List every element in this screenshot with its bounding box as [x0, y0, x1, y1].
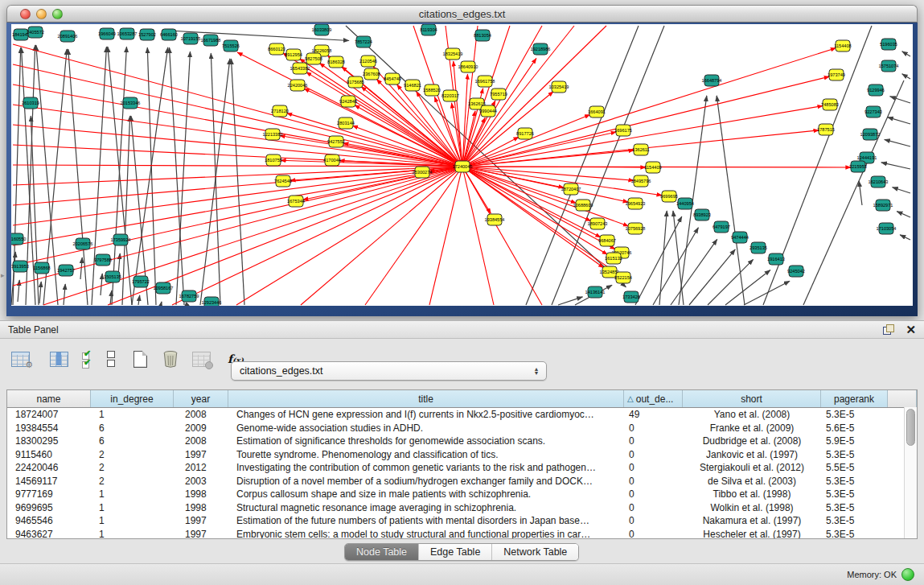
graph-node[interactable]: 9990444: [479, 105, 497, 117]
graph-node[interactable]: 16210643: [869, 176, 889, 187]
table-row[interactable]: 1938455462009Genome-wide association stu…: [7, 422, 917, 435]
tab-edge-table[interactable]: Edge Table: [418, 544, 491, 560]
graph-node[interactable]: 1156868: [33, 262, 50, 274]
graph-node[interactable]: 9699695: [660, 191, 678, 202]
table-row[interactable]: 946362711997Embryonic stem cells: a mode…: [7, 528, 917, 540]
graph-node[interactable]: 16543382: [290, 63, 310, 74]
graph-node[interactable]: 16961758: [475, 76, 495, 87]
new-table-icon[interactable]: [133, 351, 147, 368]
graph-node[interactable]: 9474444: [731, 232, 749, 243]
column-header-year[interactable]: year: [174, 390, 228, 407]
graph-node[interactable]: 7624540: [274, 175, 292, 187]
graph-node[interactable]: 16648794: [702, 75, 722, 86]
table-row[interactable]: 1872400712008Changes of HCN gene express…: [7, 408, 917, 422]
column-header-name[interactable]: name: [7, 390, 91, 407]
graph-node[interactable]: 9684067: [598, 235, 616, 246]
graph-node[interactable]: 3215953: [849, 161, 867, 172]
graph-node[interactable]: 1588520: [423, 84, 441, 96]
graph-node[interactable]: 8220317: [441, 90, 459, 101]
graph-node[interactable]: 7515526: [222, 40, 240, 51]
graph-node[interactable]: 1440954: [676, 198, 694, 209]
graph-node[interactable]: 14136141: [585, 286, 606, 298]
graph-node[interactable]: 8917726: [516, 128, 534, 139]
graph-node[interactable]: 6479197: [713, 221, 730, 233]
table-row[interactable]: 1830029562008Estimation of significance …: [7, 435, 917, 448]
graph-node[interactable]: 22420046: [288, 80, 308, 91]
graph-node[interactable]: 8454749: [384, 73, 401, 84]
graph-node[interactable]: 1154408: [834, 40, 851, 51]
table-row[interactable]: 1456911722003Disruption of a novel membe…: [7, 475, 917, 488]
show-columns-icon[interactable]: [50, 352, 68, 367]
graph-node[interactable]: 20206576: [73, 238, 93, 249]
graph-node[interactable]: 18720407: [561, 183, 581, 195]
graph-node[interactable]: 5196035: [880, 39, 897, 50]
graph-node[interactable]: 9242848: [339, 96, 357, 107]
graph-node[interactable]: 20891406: [58, 31, 78, 42]
graph-node[interactable]: 1615132: [605, 253, 622, 264]
graph-node[interactable]: 9227343: [864, 106, 882, 117]
graph-node[interactable]: 1696175: [614, 125, 632, 136]
graph-node[interactable]: 17240045: [453, 161, 473, 172]
graph-node[interactable]: 6466160: [160, 29, 178, 40]
scrollbar-thumb[interactable]: [906, 409, 915, 446]
graph-node[interactable]: 8119304: [420, 24, 437, 35]
graph-node[interactable]: 9427552: [327, 136, 345, 147]
column-header-in_degree[interactable]: in_degree: [91, 390, 174, 407]
column-header-short[interactable]: short: [683, 390, 821, 407]
clear-selection-icon[interactable]: [107, 351, 115, 367]
graph-node[interactable]: 15892971: [873, 200, 893, 211]
graph-node[interactable]: 18640910: [458, 61, 478, 72]
float-panel-icon[interactable]: [883, 324, 894, 335]
delete-table-icon[interactable]: [162, 350, 179, 368]
graph-node[interactable]: 9129946: [867, 84, 885, 96]
graph-node[interactable]: 9827508: [305, 53, 322, 64]
graph-node[interactable]: 19654923: [626, 198, 646, 209]
citation-network-graph[interactable]: 1841947240557220891406196604910653287152…: [11, 24, 913, 306]
graph-node[interactable]: 1973749: [827, 69, 845, 80]
memory-status-indicator[interactable]: [901, 568, 914, 581]
network-window-titlebar[interactable]: citations_edges.txt: [6, 5, 918, 23]
graph-node[interactable]: 2803144: [337, 117, 355, 129]
graph-node[interactable]: 16782759: [179, 290, 199, 302]
table-row[interactable]: 911546021997Tourette syndrome. Phenomeno…: [7, 448, 917, 462]
graph-node[interactable]: 18907243: [588, 218, 608, 229]
graph-node[interactable]: 1733426: [622, 291, 640, 303]
graph-node[interactable]: 1505135: [104, 271, 121, 282]
graph-node[interactable]: 3913953: [11, 261, 29, 272]
graph-node[interactable]: 1966049: [98, 28, 116, 39]
table-row[interactable]: 969969511998Structural magnetic resonanc…: [7, 501, 917, 515]
graph-node[interactable]: 8660123: [268, 43, 285, 55]
graph-node[interactable]: 25300274: [413, 167, 433, 178]
table-selector-dropdown[interactable]: citations_edges.txt ▲▼: [231, 361, 547, 381]
graph-node[interactable]: 10653287: [117, 28, 138, 39]
graph-node[interactable]: 19218986: [531, 43, 551, 55]
graph-node[interactable]: 2405572: [27, 27, 44, 38]
graph-node[interactable]: 1916413: [767, 253, 785, 265]
graph-node[interactable]: 8186328: [327, 56, 345, 68]
graph-node[interactable]: 19384554: [485, 214, 505, 225]
graph-node[interactable]: 7485083: [821, 99, 839, 110]
graph-node[interactable]: 1154409: [644, 162, 661, 173]
graph-node[interactable]: 2610319: [22, 97, 39, 109]
graph-node[interactable]: 1787515: [817, 124, 835, 135]
graph-node[interactable]: 1942757: [57, 265, 75, 276]
graph-node[interactable]: 9175685: [347, 76, 364, 88]
graph-node[interactable]: 10688609: [573, 200, 593, 211]
tab-node-table[interactable]: Node Table: [345, 544, 418, 560]
graph-node[interactable]: 18495796: [631, 175, 651, 187]
graph-node[interactable]: 18325419: [443, 48, 463, 60]
graph-node[interactable]: 16033809: [312, 24, 332, 35]
graph-node[interactable]: 1810755: [265, 154, 282, 166]
column-header-title[interactable]: title: [228, 390, 624, 407]
graph-node[interactable]: 17359924: [111, 234, 131, 245]
graph-node[interactable]: 2935135: [749, 242, 767, 253]
graph-node[interactable]: 4170044: [323, 154, 341, 166]
graph-node[interactable]: 12093872: [860, 129, 881, 140]
graph-node[interactable]: 2718120: [271, 105, 289, 117]
graph-node[interactable]: 25160550: [11, 233, 26, 245]
graph-node[interactable]: 7955719: [490, 89, 507, 100]
graph-node[interactable]: 12213383: [263, 129, 283, 140]
table-options-icon[interactable]: ⚙: [11, 352, 30, 367]
table-row[interactable]: 2242004622012Investigating the contribut…: [7, 461, 917, 475]
column-header-pagerank[interactable]: pagerank: [821, 390, 888, 407]
